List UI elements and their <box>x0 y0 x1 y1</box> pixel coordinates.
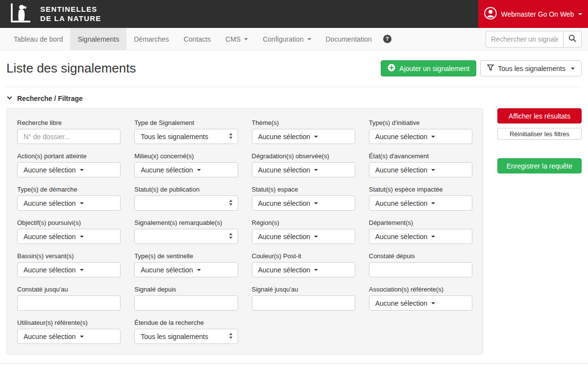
field-label: Étendue de la recherche <box>134 319 238 326</box>
filter-field-type-s-d-initiative: Type(s) d'initiativeAucune sélection <box>369 119 472 144</box>
signalement-s-remarquable-s-select[interactable] <box>134 229 238 244</box>
save-query-button[interactable]: Enregistrer la requête <box>497 158 582 173</box>
report-scope-dropdown[interactable]: Tous les signalements <box>480 60 582 76</box>
topbar-spacer <box>101 0 478 28</box>
statut-s-espece-impactee-dropdown[interactable]: Aucune sélection <box>369 195 472 211</box>
caret-down-icon <box>314 169 318 171</box>
logo-line2: de la Nature <box>40 14 101 24</box>
filter-field-type-de-signalement: Type de SignalementTous les signalements <box>134 119 238 144</box>
utilisateur-s-referente-s-dropdown[interactable]: Aucune sélection <box>17 329 121 344</box>
nav-item-configuration[interactable]: Configuration <box>255 28 318 50</box>
caret-down-icon <box>431 302 435 304</box>
filter-field-recherche-libre: Recherche libre <box>17 119 121 144</box>
nav-item-label: Contacts <box>184 35 211 43</box>
filter-field-milieu-x-concerne-s: Milieu(x) concerné(s)Aucune sélection <box>134 152 238 177</box>
filter-field-utilisateur-s-referente-s: Utilisateur(s) référente(s)Aucune sélect… <box>17 319 121 344</box>
app-logo[interactable]: Sentinelles de la Nature <box>0 0 101 28</box>
association-s-referente-s-dropdown[interactable]: Aucune sélection <box>369 295 472 311</box>
selected-value: Aucune sélection <box>258 166 311 174</box>
caret-down-icon <box>244 38 248 40</box>
show-results-button[interactable]: Afficher les résultats <box>497 108 582 123</box>
action-s-portant-atteinte-dropdown[interactable]: Aucune sélection <box>17 162 121 177</box>
filter-field-constate-depuis: Constaté dépuis <box>369 252 472 277</box>
caret-down-icon <box>307 38 311 40</box>
filter-section-toggle[interactable]: Recherche / Filtrage <box>0 87 588 108</box>
selected-value: Aucune sélection <box>375 133 428 141</box>
search-icon <box>568 34 576 44</box>
departement-s-dropdown[interactable]: Aucune sélection <box>369 229 472 244</box>
reset-filters-button[interactable]: Réinitialiser les filtres <box>497 128 582 140</box>
field-label: Statut(s) de publication <box>134 186 238 193</box>
caret-down-icon <box>314 136 318 138</box>
caret-down-icon <box>80 169 84 171</box>
constate-depuis-input[interactable] <box>369 262 472 277</box>
type-de-signalement-select[interactable]: Tous les signalements <box>134 129 238 144</box>
field-label: Signalé jusqu'au <box>252 286 355 293</box>
help-icon[interactable]: ? <box>383 35 392 43</box>
field-label: Thème(s) <box>252 119 355 126</box>
add-report-button[interactable]: Ajouter un signalement <box>381 60 476 76</box>
couleur-s-post-it-dropdown[interactable]: Aucune sélection <box>252 262 355 277</box>
milieu-x-concerne-s-dropdown[interactable]: Aucune sélection <box>134 162 238 177</box>
constate-jusqu-au-input[interactable] <box>17 295 121 311</box>
selected-value: Aucune sélection <box>375 166 428 174</box>
signale-depuis-input[interactable] <box>134 295 238 311</box>
add-report-label: Ajouter un signalement <box>399 65 469 73</box>
sentinel-person-icon <box>9 3 34 25</box>
field-label: Recherche libre <box>17 119 121 126</box>
statut-s-espace-dropdown[interactable]: Aucune sélection <box>252 195 355 211</box>
bassin-s-versant-s-dropdown[interactable]: Aucune sélection <box>17 262 121 277</box>
user-menu[interactable]: Webmaster Go On Web <box>478 0 588 28</box>
type-s-de-demarche-dropdown[interactable]: Aucune sélection <box>17 195 121 211</box>
selected-value: Aucune sélection <box>258 266 311 274</box>
chevron-down-icon <box>578 13 582 15</box>
search-button[interactable] <box>563 31 582 48</box>
selected-value: Tous les signalements <box>141 133 208 141</box>
type-s-d-initiative-dropdown[interactable]: Aucune sélection <box>369 129 472 144</box>
nav-item-tableau-de-bord[interactable]: Tableau de bord <box>6 28 70 50</box>
select-arrows-icon <box>229 199 233 207</box>
filter-field-constate-jusqu-au: Constaté jusqu'au <box>17 286 121 311</box>
filter-field-signale-jusqu-au: Signalé jusqu'au <box>252 286 355 311</box>
nav-item-label: Configuration <box>263 35 303 43</box>
nav-item-signalements[interactable]: Signalements <box>70 28 126 50</box>
side-actions: Afficher les résultats Réinitialiser les… <box>497 108 582 173</box>
statut-s-de-publication-select[interactable] <box>134 195 238 211</box>
filter-grid: Recherche libreType de SignalementTous l… <box>17 119 472 344</box>
filter-field-signale-depuis: Signalé depuis <box>134 286 238 311</box>
results-top-border <box>0 363 588 364</box>
nav-item-documentation[interactable]: Documentation <box>318 28 379 50</box>
nav-tabs: Tableau de bordSignalementsDémarchesCont… <box>6 28 379 50</box>
nav-item-contacts[interactable]: Contacts <box>176 28 218 50</box>
type-s-de-sentinelle-dropdown[interactable]: Aucune sélection <box>134 262 238 277</box>
selected-value: Aucune sélection <box>24 266 76 274</box>
caret-down-icon <box>80 236 84 238</box>
region-s-dropdown[interactable]: Aucune sélection <box>252 229 355 244</box>
field-label: Signalement(s) remarquable(s) <box>134 219 238 226</box>
search-input[interactable] <box>486 31 563 48</box>
nav-item-label: Démarches <box>134 35 169 43</box>
main-nav: Tableau de bordSignalementsDémarchesCont… <box>0 28 588 50</box>
filter-field-etat-s-d-avancement: État(s) d'avancementAucune sélection <box>369 152 472 177</box>
signale-jusqu-au-input[interactable] <box>252 295 355 311</box>
caret-down-icon <box>197 169 201 171</box>
nav-item-cms[interactable]: CMS <box>218 28 255 50</box>
theme-s-dropdown[interactable]: Aucune sélection <box>252 129 355 144</box>
field-label: Association(s) référente(s) <box>369 286 472 293</box>
objectif-s-poursuivi-s-dropdown[interactable]: Aucune sélection <box>17 229 121 244</box>
filter-field-etendue-de-la-recherche: Étendue de la rechercheTous les signalem… <box>134 319 238 344</box>
filter-field-statut-s-espace: Statut(s) espaceAucune sélection <box>252 186 355 211</box>
nav-item-label: Signalements <box>77 35 119 43</box>
selected-value: Aucune sélection <box>375 199 428 207</box>
caret-down-icon <box>80 269 84 271</box>
user-menu-label: Webmaster Go On Web <box>501 10 574 18</box>
etat-s-d-avancement-dropdown[interactable]: Aucune sélection <box>369 162 472 177</box>
select-arrows-icon <box>229 333 233 341</box>
filter-field-type-s-de-sentinelle: Type(s) de sentinelleAucune sélection <box>134 252 238 277</box>
logo-text: Sentinelles de la Nature <box>40 5 101 24</box>
degradation-s-observee-s-dropdown[interactable]: Aucune sélection <box>252 162 355 177</box>
user-avatar-icon <box>484 7 497 21</box>
etendue-de-la-recherche-select[interactable]: Tous les signalements <box>134 329 238 344</box>
recherche-libre-input[interactable] <box>17 129 121 144</box>
nav-item-demarches[interactable]: Démarches <box>126 28 176 50</box>
